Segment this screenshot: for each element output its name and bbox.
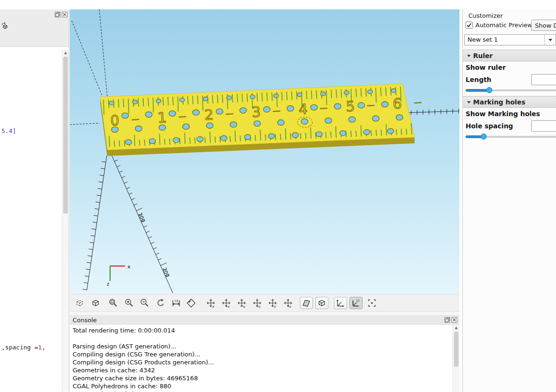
gizmo-x-label: x: [127, 264, 131, 270]
axis-button-label: z: [274, 304, 276, 308]
preset-select-value: New set 1: [467, 36, 498, 43]
axis-gizmo: x z: [107, 264, 131, 287]
gizmo-z-label: z: [107, 281, 109, 287]
console-header: Console: [70, 316, 460, 325]
ruler-number: 5: [346, 98, 356, 115]
hole-spacing-slider[interactable]: [466, 133, 556, 141]
hole-spacing-input[interactable]: [531, 120, 556, 132]
view-minus-z-button[interactable]: -z: [282, 297, 294, 309]
viewport-toolbar: 10 x -x: [70, 294, 460, 311]
axis-button-label: -z: [289, 305, 292, 308]
console-line: CGAL cache size in bytes: 0: [73, 390, 450, 392]
editor-scrollbar-thumb[interactable]: [63, 57, 68, 214]
ruler-number: 3: [252, 104, 261, 120]
editor-render-icon[interactable]: [0, 22, 10, 33]
section-expand-icon: [467, 101, 471, 104]
console-scrollbar[interactable]: ▲: [452, 325, 460, 392]
console-line: Compiling design (CSG Tree generation)..…: [73, 350, 450, 358]
zoom-in-button[interactable]: [124, 297, 135, 309]
show-scale-markers-button[interactable]: 10: [349, 297, 363, 309]
ruler-number: 0: [110, 112, 120, 129]
axis-tick-label: 200: [161, 266, 171, 278]
axis-scale-left: [82, 155, 107, 290]
editor-scrollbar[interactable]: ▲: [62, 50, 69, 392]
code-token: ,spacing: [1, 344, 34, 351]
axis-button-label: -y: [258, 305, 261, 308]
scrollbar-up-icon[interactable]: ▲: [62, 50, 69, 56]
ruler-number: 1: [157, 109, 167, 126]
view-plus-x-button[interactable]: x: [205, 297, 216, 309]
console-title: Console: [73, 317, 97, 324]
axis-button-label: y: [243, 304, 245, 308]
view-plus-y-button[interactable]: y: [236, 297, 247, 309]
editor-close-icon[interactable]: [62, 12, 67, 17]
measure-angle-button[interactable]: [185, 297, 197, 309]
3d-viewport[interactable]: 100 200 0 1 2 3 4 5: [70, 9, 460, 294]
reset-rotation-button[interactable]: [155, 297, 166, 309]
console-line: Geometry cache size in bytes: 46965168: [73, 374, 450, 382]
length-slider[interactable]: [466, 87, 556, 94]
view-minus-x-button[interactable]: -x: [221, 297, 232, 309]
marking-holes-section-header[interactable]: Marking holes: [463, 96, 556, 108]
ruler-number: 2: [204, 106, 214, 123]
zoom-fit-button[interactable]: [108, 297, 119, 309]
ruler-number: 4: [298, 101, 308, 118]
length-label: Length: [466, 76, 491, 83]
hole-spacing-row: Hole spacing: [463, 120, 556, 133]
console-line: Compiling design (CSG Products generatio…: [73, 358, 450, 366]
console-close-icon[interactable]: [452, 317, 457, 323]
view-plus-z-button[interactable]: z: [267, 297, 278, 309]
axis-button-label: -x: [227, 305, 230, 308]
ruler-section-title: Ruler: [473, 52, 493, 59]
axis-button-label: x: [212, 304, 215, 308]
section-expand-icon: [467, 55, 471, 57]
scale-ten-label: 10: [356, 299, 360, 302]
center-pane: 100 200 0 1 2 3 4 5: [70, 9, 460, 392]
ruler-section-header[interactable]: Ruler: [463, 50, 556, 61]
console-undock-icon[interactable]: [445, 317, 450, 323]
preset-select-arrow[interactable]: [544, 35, 556, 45]
perspective-button[interactable]: [90, 297, 101, 309]
console-line: CGAL Polyhedrons in cache: 880: [73, 382, 450, 390]
console-scrollbar-thumb[interactable]: [454, 332, 459, 367]
code-token: ,: [42, 344, 45, 351]
show-details-button[interactable]: Show De: [531, 20, 556, 31]
axis-tick-label: 100: [137, 212, 146, 223]
show-axes-button[interactable]: [334, 297, 347, 309]
code-line: 5.4]: [1, 127, 16, 134]
view-all-button[interactable]: [74, 297, 85, 309]
show-marking-holes-label: Show Marking holes: [466, 110, 540, 118]
customizer-panel: Customizer Automatic Preview Show De New…: [462, 9, 556, 392]
slider-fill: [466, 89, 489, 92]
length-row: Length: [463, 74, 556, 87]
console-line: Geometries in cache: 4342: [73, 366, 450, 374]
ruler-model: 0 1 2 3 4 5 6: [100, 84, 422, 156]
editor-undock-icon[interactable]: [55, 12, 60, 17]
automatic-preview-checkbox[interactable]: [466, 22, 473, 29]
code-token: 1: [38, 344, 42, 351]
console-output[interactable]: Total rendering time: 0:00:00.014 Parsin…: [70, 325, 460, 392]
code-editor[interactable]: 5.4] ,spacing =1, ▲: [0, 47, 69, 392]
zoom-out-button[interactable]: [139, 297, 150, 309]
console-splitter[interactable]: [70, 311, 460, 316]
editor-pane: 5.4] ,spacing =1, ▲: [0, 9, 69, 392]
console-line: Total rendering time: 0:00:00.014: [73, 326, 450, 334]
view-minus-y-button[interactable]: -y: [252, 297, 263, 309]
show-marking-holes-row[interactable]: Show Marking holes: [463, 108, 556, 120]
measure-distance-button[interactable]: 10: [171, 297, 182, 309]
preset-select[interactable]: New set 1: [464, 34, 556, 45]
axis-scale-right: [403, 109, 459, 115]
editor-toolbar: [0, 9, 69, 47]
show-ruler-label: Show ruler: [466, 64, 506, 71]
console-line: [73, 334, 450, 342]
slider-handle[interactable]: [481, 133, 487, 140]
scrollbar-up-icon[interactable]: ▲: [453, 325, 460, 331]
slider-handle[interactable]: [486, 87, 492, 93]
marking-holes-section-title: Marking holes: [473, 98, 525, 106]
ruler-number: 6: [393, 95, 402, 112]
show-ruler-row[interactable]: Show ruler: [463, 61, 556, 74]
show-surfaces-button[interactable]: [300, 297, 313, 309]
show-edges-button[interactable]: [315, 297, 328, 309]
length-input[interactable]: [531, 74, 556, 85]
show-crosshairs-button[interactable]: [366, 297, 378, 309]
